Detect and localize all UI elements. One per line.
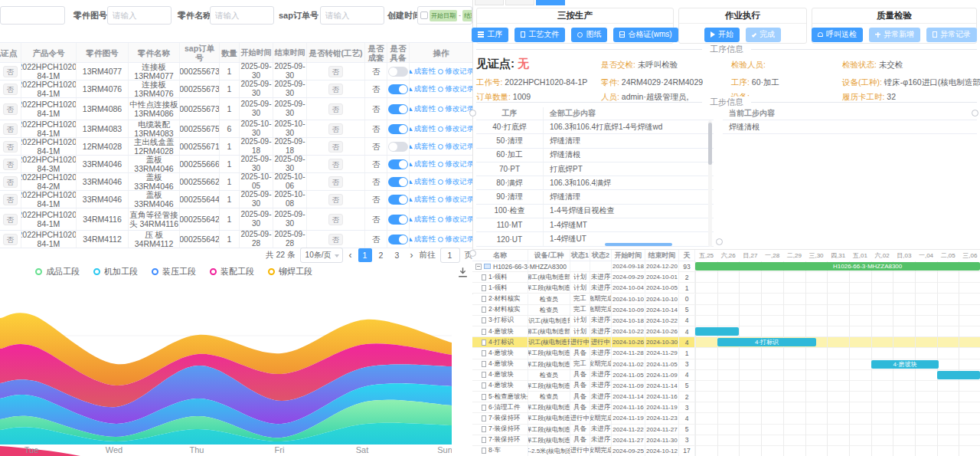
工艺文件-button[interactable]: 工艺文件 — [514, 28, 565, 42]
complete-set-link[interactable]: 成套性 — [410, 159, 436, 169]
created-time-range-picker[interactable]: 开始日期 - 结束日期 — [417, 6, 472, 25]
part-name-input[interactable] — [210, 6, 274, 25]
gantt-row[interactable]: 4·磨坡块铆工(核电制造部)计划未进序2024-10-222024-10-264 — [472, 326, 980, 337]
开始-button[interactable]: 开始 — [704, 28, 740, 42]
prev-page-button[interactable]: ‹ — [348, 250, 354, 261]
gantt-row[interactable]: 3·打标识标识工(核电制造部)计划未进序2024-10-182024-10-22… — [472, 316, 980, 326]
modify-record-link[interactable]: 修改记录 — [438, 67, 472, 76]
ready-toggle[interactable] — [388, 159, 408, 169]
collapse-icon[interactable] — [475, 264, 482, 270]
complete-set-link[interactable]: 成套性 — [410, 84, 436, 93]
gantt-row[interactable]: 4·打标识标识工(核电制造部)进行中进行中2024-10-262024-10-3… — [472, 337, 980, 348]
download-icon[interactable] — [456, 266, 469, 282]
modify-record-link[interactable]: 修改记录 — [438, 124, 472, 133]
ready-toggle[interactable] — [388, 104, 408, 114]
gantt-task-bar[interactable] — [937, 371, 980, 379]
legend-item-装压工段[interactable]: 装压工段 — [152, 266, 196, 277]
modify-record-link[interactable]: 修改记录 — [438, 142, 472, 151]
ready-toggle[interactable] — [388, 67, 408, 77]
complete-set-link[interactable]: 成套性 — [410, 177, 436, 186]
modify-record-link[interactable]: 修改记录 — [438, 159, 472, 169]
gantt-row[interactable]: 1·领料铆工(核电制造部)计划未进序2024-09-292024-10-012 — [472, 272, 980, 283]
complete-set-link[interactable]: 成套性 — [410, 104, 436, 113]
checkbox-icon[interactable] — [420, 11, 428, 19]
legend-item-成品工段[interactable]: 成品工段 — [35, 266, 80, 277]
工序-button[interactable]: 工序 — [472, 28, 508, 42]
gantt-row[interactable]: H1026-66-3·MHZZA83002024-09-182024-12-20… — [472, 261, 980, 272]
step-row[interactable]: 40·打底焊106.3和106.4打底焊1-4号焊缝wd — [476, 120, 714, 134]
modify-record-link[interactable]: 修改记录 — [438, 235, 472, 244]
gantt-row[interactable]: 8·车立车-2.5米(核电制造部)进行中按期完成2024-09-252024-1… — [472, 446, 980, 456]
step-row[interactable]: 110·MT1-4焊缝MT — [476, 218, 714, 232]
complete-set-link[interactable]: 成套性 — [410, 235, 436, 244]
page-jump-input[interactable] — [440, 248, 460, 263]
legend-item-铆焊工段[interactable]: 铆焊工段 — [268, 266, 312, 277]
complete-set-link[interactable]: 成套性 — [410, 195, 436, 204]
gantt-row[interactable]: 4·磨坡块检查员具备未进序2024-11-052024-11-094 — [472, 370, 980, 381]
modify-record-link[interactable]: 修改记录 — [438, 104, 472, 113]
start-date-placeholder[interactable]: 开始日期 — [430, 10, 457, 21]
next-page-button[interactable]: › — [409, 250, 415, 261]
steps-scrollbar-thumb[interactable] — [708, 123, 712, 165]
legend-item-机加工段[interactable]: 机加工段 — [93, 266, 138, 277]
gantt-row[interactable]: 2·材料核实检查员完工拖期完成2024-10-092024-10-145 — [472, 305, 980, 316]
呼叫送检-button[interactable]: 呼叫送检 — [812, 28, 863, 42]
page-button-3[interactable]: 3 — [390, 248, 404, 262]
modify-record-link[interactable]: 修改记录 — [438, 84, 472, 93]
gantt-row[interactable]: 6·清理工件铆焊工段(核电制造部)具备未进序2024-11-162024-11-… — [472, 402, 980, 413]
gantt-row[interactable]: 1·领料铆焊工段(核电制造部)计划未进序2024-10-042024-10-05… — [472, 283, 980, 294]
filter-input-truncated-field[interactable] — [0, 6, 65, 25]
step-row[interactable]: 80·满焊106.3和106.4满焊 — [476, 176, 714, 190]
sap-order-no-input[interactable] — [320, 6, 384, 25]
gantt-task-bar[interactable] — [695, 327, 739, 336]
ready-toggle[interactable] — [388, 142, 408, 152]
ready-toggle[interactable] — [388, 215, 408, 225]
合格证(wms)-button[interactable]: 合格证(wms) — [613, 28, 678, 42]
图纸-button[interactable]: 图纸 — [571, 28, 607, 42]
filter-input-truncated[interactable] — [0, 6, 65, 25]
tab-stub-1[interactable] — [475, 0, 504, 5]
step-row[interactable]: 90·清理焊缝清理 — [476, 191, 714, 205]
gantt-project-bar[interactable]: H1026-66-3·MHZZA8300 — [695, 262, 980, 271]
gantt-row[interactable]: 5·检查磨坡块外径检查员具备未进序2024-11-142024-11-162 — [472, 392, 980, 402]
gantt-row[interactable]: 7·装保持环铆焊工段(核电制造部)具备未进序2024-11-272024-11-… — [472, 435, 980, 446]
step-row[interactable]: 70·PT打底焊PT — [476, 162, 714, 176]
gantt-row[interactable]: 4·磨坡块铆焊工段(核电制造部)具备未进序2024-11-092024-11-1… — [472, 381, 980, 392]
splitter-handle[interactable] — [469, 110, 476, 116]
tab-stub-2[interactable] — [505, 0, 534, 5]
page-size-select[interactable]: 10条/页 — [300, 248, 343, 263]
gantt-row[interactable]: 7·装保持环铆焊工段(核电制造部)具备未进序2024-11-222024-11-… — [472, 425, 980, 435]
complete-set-link[interactable]: 成套性 — [410, 142, 436, 151]
gantt-row[interactable]: 4·磨坡块铆焊工段(核电制造部)完工按期完成2024-11-022024-11-… — [472, 359, 980, 370]
end-date-placeholder[interactable]: 结束日期 — [462, 10, 472, 21]
ready-toggle[interactable] — [388, 84, 408, 94]
gantt-task-bar[interactable]: 4·打标识 — [717, 338, 816, 346]
legend-item-装配工段[interactable]: 装配工段 — [210, 266, 254, 277]
page-button-2[interactable]: 2 — [374, 248, 388, 262]
modify-record-link[interactable]: 修改记录 — [438, 215, 472, 224]
page-button-1[interactable]: 1 — [358, 248, 372, 262]
gantt-row[interactable]: 7·装保持环铆焊工段(核电制造部)进行中按期完成2024-11-192024-1… — [472, 413, 980, 424]
part-drawing-no-input[interactable] — [107, 6, 172, 25]
splitter-handle[interactable] — [716, 238, 723, 245]
tab-stub-active[interactable] — [536, 0, 565, 5]
complete-set-link[interactable]: 成套性 — [410, 67, 436, 76]
step-row[interactable]: 100·检查1-4号焊缝目视检查 — [476, 205, 714, 218]
modify-record-link[interactable]: 修改记录 — [438, 177, 472, 186]
complete-set-link[interactable]: 成套性 — [410, 215, 436, 224]
gantt-task-bar[interactable]: 4·磨坡块 — [871, 360, 939, 369]
gantt-row[interactable]: 4·磨坡块铆焊工段(核电制造部)具备未进序2024-11-282024-11-2… — [472, 348, 980, 359]
ready-toggle[interactable] — [388, 235, 408, 244]
ready-toggle[interactable] — [388, 195, 408, 205]
splitter-handle[interactable] — [469, 250, 476, 257]
step-row[interactable]: 120·UT1-4焊缝UT — [476, 232, 714, 246]
steps-hscrollbar-thumb[interactable] — [605, 243, 672, 246]
ready-toggle[interactable] — [388, 124, 408, 134]
step-row[interactable]: 60·加工焊缝清根 — [476, 149, 714, 162]
gantt-row[interactable]: 2·材料核实检查员完工拖期完成2024-10-102024-10-100 — [472, 294, 980, 305]
splitter-handle[interactable] — [972, 110, 978, 116]
modify-record-link[interactable]: 修改记录 — [438, 195, 472, 204]
step-row[interactable]: 50·清理焊缝清理 — [476, 134, 714, 148]
complete-set-link[interactable]: 成套性 — [410, 124, 436, 133]
ready-toggle[interactable] — [388, 177, 408, 187]
